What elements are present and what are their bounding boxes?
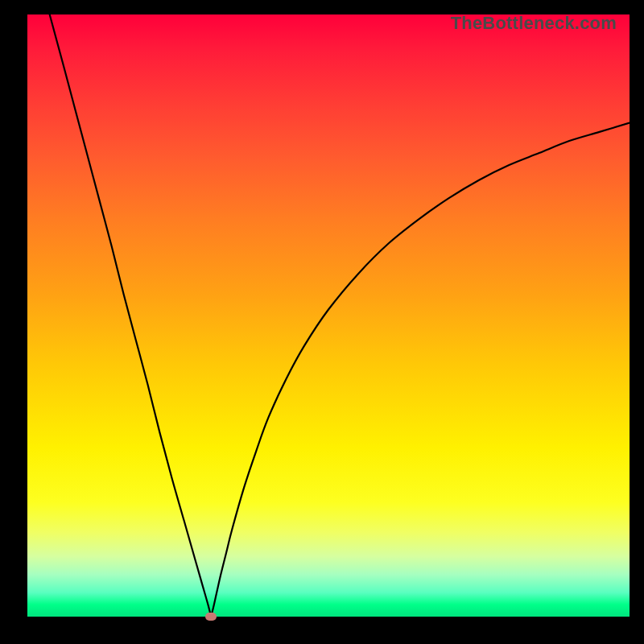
curve-svg	[27, 14, 630, 617]
plot-area: TheBottleneck.com	[27, 14, 630, 617]
chart-frame: TheBottleneck.com	[0, 0, 644, 644]
curve-left	[50, 14, 211, 617]
curve-right	[211, 123, 630, 617]
minimum-point-marker	[205, 613, 217, 621]
